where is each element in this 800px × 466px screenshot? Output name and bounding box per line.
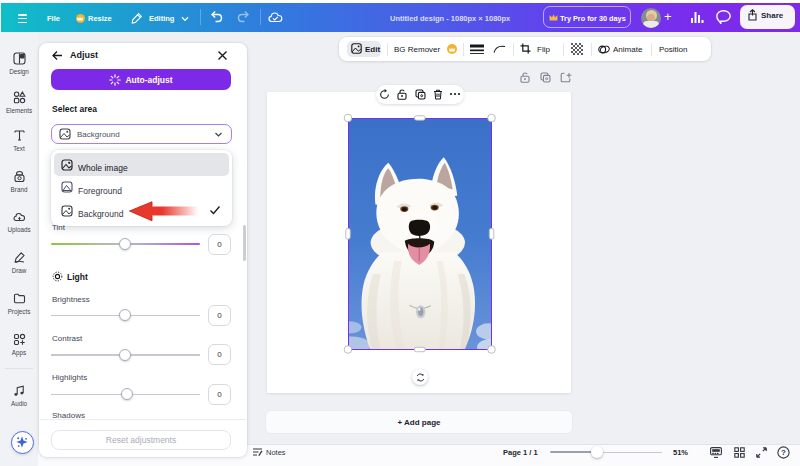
svg-text:?: ? [781,448,786,457]
